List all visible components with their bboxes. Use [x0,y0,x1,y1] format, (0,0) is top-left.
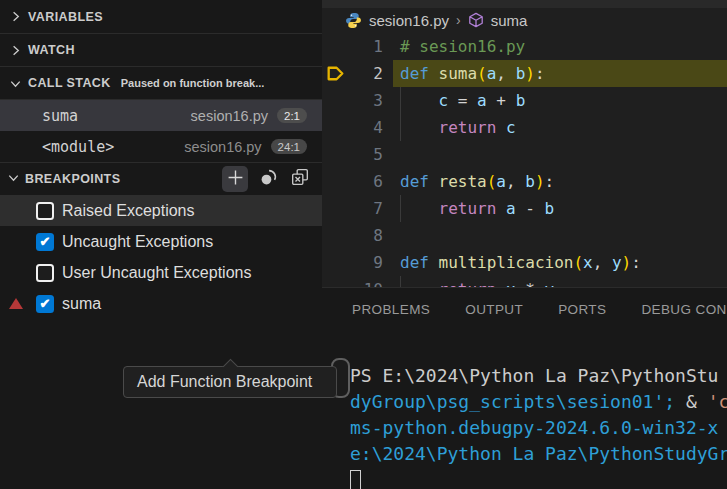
line-number: 7 [322,195,383,222]
code-line[interactable]: 10 return x * y [322,276,727,287]
breadcrumb-symbol[interactable]: suma [491,12,528,29]
breakpoint-row[interactable]: User Uncaught Exceptions [0,257,322,288]
symbol-cube-icon [468,12,484,28]
code-line[interactable]: 4 return c [322,114,727,141]
callstack-frame[interactable]: <module>sesion16.py24:1 [0,131,322,162]
breakpoints-section: BREAKPOINTS [0,162,322,319]
breakpoint-label: Uncaught Exceptions [62,233,213,251]
breakpoint-row[interactable]: Raised Exceptions [0,195,322,226]
line-text [383,222,400,249]
line-number: 4 [322,114,383,141]
code-token [400,118,439,137]
code-line[interactable]: 6def resta(a, b): [322,168,727,195]
editor-region[interactable]: sesion16.py › suma 1# sesion16.py2def su… [322,0,727,287]
line-number: 1 [322,33,383,60]
line-text: def resta(a, b): [383,168,554,195]
callstack-section-title: CALL STACK [28,76,111,90]
code-line[interactable]: 2def suma(a, b): [322,60,727,87]
watch-section-header[interactable]: WATCH [0,33,322,66]
callstack-frame-list: sumasesion16.py2:1<module>sesion16.py24:… [0,99,322,162]
code-token [496,280,506,287]
breakpoint-checkbox[interactable] [36,202,54,220]
remove-all-breakpoints-button[interactable] [288,166,312,192]
code-token: : [535,64,545,83]
code-token: ) [622,253,632,272]
code-line[interactable]: 8 [322,222,727,249]
code-token: resta [439,172,487,191]
chevron-right-icon [6,42,24,58]
code-token: return [439,118,497,137]
breakpoint-row[interactable]: ✔Uncaught Exceptions [0,226,322,257]
code-token: def [400,64,429,83]
code-token: : [545,172,555,191]
terminal-line: dyGroup\psg_scripts\sesion01'; & 'c [350,389,727,415]
line-text: c = a + b [383,87,525,114]
code-token [429,172,439,191]
code-token: : [631,253,641,272]
terminal-output[interactable]: PS E:\2024\Python La Paz\PythonStudyGrou… [350,363,727,489]
code-token: , [593,253,612,272]
frame-position-badge: 24:1 [271,139,307,154]
code-line[interactable]: 9def multiplicacion(x, y): [322,249,727,276]
breakpoint-row[interactable]: ✔suma [0,288,322,319]
code-token [429,64,439,83]
panel-tab-bar: PROBLEMSOUTPUTPORTSDEBUG CONSOLE [322,288,727,317]
breadcrumb-file[interactable]: sesion16.py [369,12,449,29]
code-token: y [545,280,555,287]
line-text [383,141,400,168]
line-text: return x * y [383,276,554,287]
add-function-breakpoint-button[interactable] [222,166,248,192]
frame-position-badge: 2:1 [277,108,307,123]
code-token: c [439,91,449,110]
code-token: b [545,199,555,218]
code-line[interactable]: 7 return a - b [322,195,727,222]
callstack-frame[interactable]: sumasesion16.py2:1 [0,100,322,131]
terminal-line: ms-python.debugpy-2024.6.0-win32-x [350,415,727,441]
breakpoint-checkbox[interactable] [36,264,54,282]
callstack-paused-status: Paused on function break... [121,77,265,89]
line-number: 6 [322,168,383,195]
tab-bar-edge [322,0,727,8]
code-token: = [448,91,477,110]
panel-tab-debug-console[interactable]: DEBUG CONSOLE [641,302,727,317]
code-token: * [516,280,545,287]
plus-icon [227,169,244,190]
panel-tab-ports[interactable]: PORTS [558,302,606,317]
terminal-token: PS E:\2024\Python La Paz\PythonStu [350,365,718,386]
callstack-section-header[interactable]: CALL STACK Paused on function break... [0,66,322,99]
frame-name: suma [42,107,78,125]
code-line[interactable]: 1# sesion16.py [322,33,727,60]
code-token: multiplicacion [439,253,574,272]
close-all-icon [291,168,309,190]
code-token: a [477,91,487,110]
code-token: def [400,172,429,191]
breakpoint-label: suma [62,295,101,313]
code-line[interactable]: 3 c = a + b [322,87,727,114]
panel-tab-problems[interactable]: PROBLEMS [352,302,430,317]
tooltip-text: Add Function Breakpoint [137,373,312,391]
breakpoints-actions [222,166,312,192]
line-text: def multiplicacion(x, y): [383,249,641,276]
code-token [496,199,506,218]
breakpoint-checkbox[interactable]: ✔ [36,233,54,251]
variables-section-header[interactable]: VARIABLES [0,0,322,33]
terminal-line: PS E:\2024\Python La Paz\PythonStu [350,363,727,389]
line-text: return c [383,114,516,141]
code-token [496,118,506,137]
code-token: # sesion16.py [400,37,525,56]
panel-tab-output[interactable]: OUTPUT [465,302,523,317]
breakpoint-checkbox[interactable]: ✔ [36,295,54,313]
code-area[interactable]: 1# sesion16.py2def suma(a, b):3 c = a + … [322,33,727,287]
breakpoints-section-header[interactable]: BREAKPOINTS [0,163,322,195]
line-number: 9 [322,249,383,276]
frame-name: <module> [42,138,114,156]
toggle-active-breakpoints-button[interactable] [256,166,280,192]
code-token [400,91,439,110]
chevron-right-icon [6,9,24,25]
terminal-token: ms-python.debugpy-2024.6.0-win32-x [350,417,718,438]
terminal-token: dyGroup\psg_scripts\sesion01'; [350,391,686,412]
code-token: , [506,172,525,191]
activate-breakpoints-icon [259,168,278,191]
code-line[interactable]: 5 [322,141,727,168]
code-token: b [516,91,526,110]
